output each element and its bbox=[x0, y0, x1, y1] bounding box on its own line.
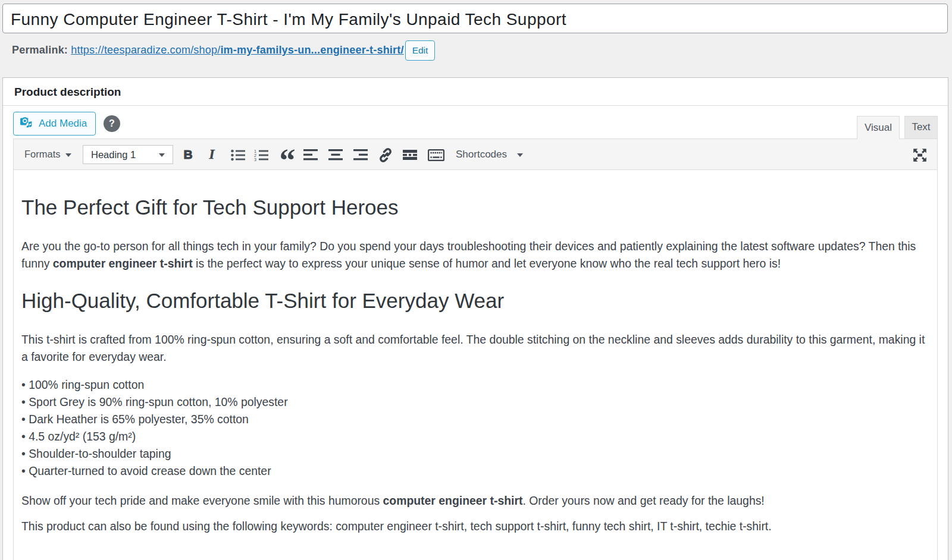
svg-text:3: 3 bbox=[254, 157, 256, 161]
svg-text:2: 2 bbox=[254, 153, 256, 157]
